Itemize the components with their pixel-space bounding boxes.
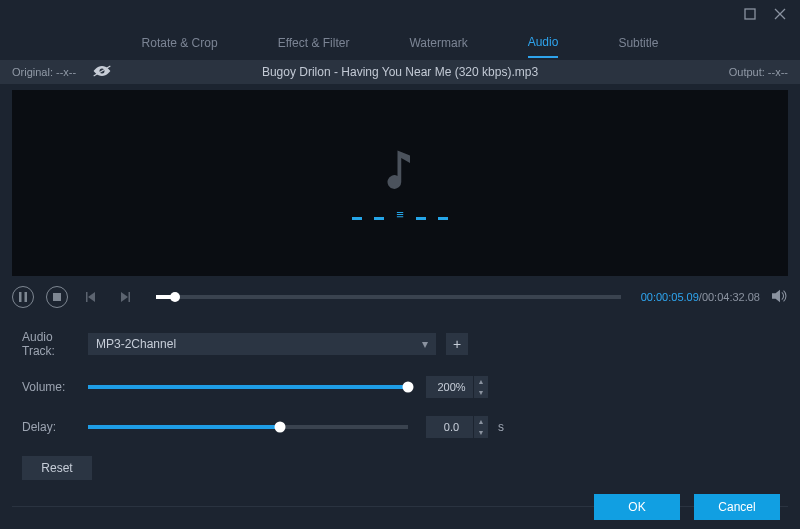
volume-slider[interactable] [88, 385, 408, 389]
delay-step-down[interactable]: ▼ [474, 427, 488, 438]
filename-label: Bugoy Drilon - Having You Near Me (320 k… [0, 65, 800, 79]
delay-step-up[interactable]: ▲ [474, 416, 488, 427]
chevron-down-icon: ▾ [422, 337, 428, 351]
edit-tabs: Rotate & Crop Effect & Filter Watermark … [0, 28, 800, 58]
svg-rect-5 [25, 292, 28, 302]
reset-button[interactable]: Reset [22, 456, 92, 480]
tab-subtitle[interactable]: Subtitle [618, 28, 658, 58]
maximize-button[interactable] [736, 3, 764, 25]
preview-area: ≡ [12, 90, 788, 276]
dialog-footer: OK Cancel [0, 485, 800, 529]
delay-unit: s [498, 420, 504, 434]
svg-marker-9 [121, 292, 128, 302]
add-audio-track-button[interactable]: + [446, 333, 468, 355]
cancel-button[interactable]: Cancel [694, 494, 780, 520]
audio-track-label: Audio Track: [22, 330, 88, 358]
volume-icon[interactable] [772, 289, 788, 306]
delay-label: Delay: [22, 420, 88, 434]
volume-value: 200% [426, 381, 473, 393]
preview-visibility-icon[interactable] [92, 64, 112, 80]
equalizer-icon: ≡ [352, 210, 448, 220]
previous-frame-button[interactable] [80, 286, 102, 308]
close-button[interactable] [766, 3, 794, 25]
stop-button[interactable] [46, 286, 68, 308]
audio-track-select[interactable]: MP3-2Channel ▾ [88, 333, 436, 355]
seek-bar[interactable] [156, 295, 621, 299]
title-bar [0, 0, 800, 28]
next-frame-button[interactable] [114, 286, 136, 308]
svg-marker-8 [88, 292, 95, 302]
svg-rect-0 [745, 9, 755, 19]
current-time: 00:00:05.09 [641, 291, 699, 303]
output-dimensions-label: Output: --x-- [729, 66, 788, 78]
transport-bar: 00:00:05.09/00:04:32.08 [12, 282, 788, 312]
time-display: 00:00:05.09/00:04:32.08 [641, 291, 760, 303]
tab-rotate-crop[interactable]: Rotate & Crop [142, 28, 218, 58]
volume-value-stepper[interactable]: 200% ▲▼ [426, 376, 488, 398]
tab-audio[interactable]: Audio [528, 28, 559, 58]
ok-button[interactable]: OK [594, 494, 680, 520]
audio-track-value: MP3-2Channel [96, 337, 176, 351]
delay-value-stepper[interactable]: 0.0 ▲▼ [426, 416, 488, 438]
delay-slider[interactable] [88, 425, 408, 429]
original-dimensions-label: Original: --x-- [12, 66, 76, 78]
svg-rect-4 [19, 292, 22, 302]
file-header: Original: --x-- Bugoy Drilon - Having Yo… [0, 60, 800, 84]
tab-watermark[interactable]: Watermark [409, 28, 467, 58]
volume-step-up[interactable]: ▲ [474, 376, 488, 387]
tab-effect-filter[interactable]: Effect & Filter [278, 28, 350, 58]
volume-label: Volume: [22, 380, 88, 394]
music-note-icon [385, 147, 415, 192]
svg-marker-11 [772, 289, 780, 301]
delay-value: 0.0 [426, 421, 473, 433]
play-pause-button[interactable] [12, 286, 34, 308]
svg-rect-10 [129, 292, 131, 302]
svg-rect-7 [86, 292, 88, 302]
svg-rect-6 [53, 293, 61, 301]
audio-controls: Audio Track: MP3-2Channel ▾ + Volume: 20… [0, 312, 800, 484]
volume-step-down[interactable]: ▼ [474, 387, 488, 398]
